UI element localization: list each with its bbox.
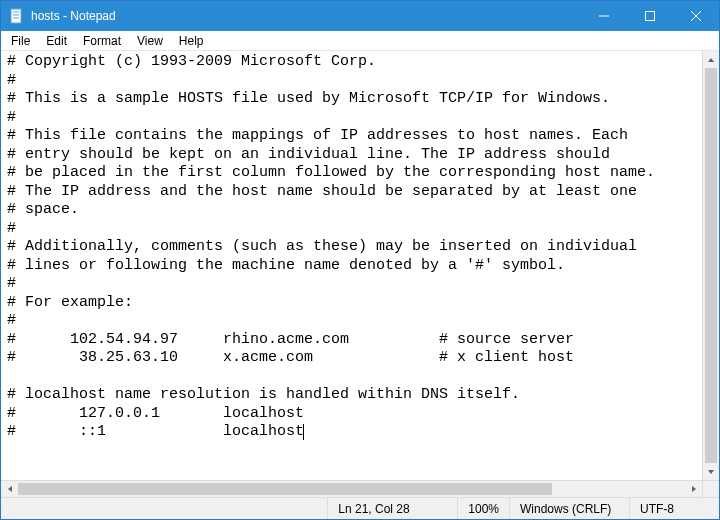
scroll-thumb-vertical[interactable] bbox=[705, 68, 717, 463]
status-zoom: 100% bbox=[457, 498, 509, 519]
svg-marker-8 bbox=[708, 58, 714, 62]
text-editor[interactable]: # Copyright (c) 1993-2009 Microsoft Corp… bbox=[1, 51, 719, 497]
scrollbar-vertical[interactable] bbox=[702, 51, 719, 480]
editor-area: # Copyright (c) 1993-2009 Microsoft Corp… bbox=[1, 51, 719, 497]
scrollbar-corner bbox=[702, 480, 719, 497]
window-title: hosts - Notepad bbox=[31, 9, 581, 23]
menubar: File Edit Format View Help bbox=[1, 31, 719, 51]
status-line-ending: Windows (CRLF) bbox=[509, 498, 629, 519]
menu-file[interactable]: File bbox=[3, 32, 38, 50]
menu-format[interactable]: Format bbox=[75, 32, 129, 50]
scrollbar-horizontal[interactable] bbox=[1, 480, 702, 497]
statusbar: Ln 21, Col 28 100% Windows (CRLF) UTF-8 bbox=[1, 497, 719, 519]
notepad-app-icon bbox=[9, 8, 25, 24]
status-position: Ln 21, Col 28 bbox=[327, 498, 457, 519]
text-caret bbox=[303, 424, 304, 440]
status-encoding: UTF-8 bbox=[629, 498, 719, 519]
svg-marker-11 bbox=[692, 486, 696, 492]
scroll-down-button[interactable] bbox=[703, 463, 720, 480]
scroll-track-vertical[interactable] bbox=[703, 68, 719, 463]
minimize-button[interactable] bbox=[581, 1, 627, 31]
svg-rect-5 bbox=[646, 12, 655, 21]
menu-view[interactable]: View bbox=[129, 32, 171, 50]
scroll-thumb-horizontal[interactable] bbox=[18, 483, 552, 495]
svg-rect-0 bbox=[11, 9, 21, 23]
menu-edit[interactable]: Edit bbox=[38, 32, 75, 50]
maximize-button[interactable] bbox=[627, 1, 673, 31]
scroll-right-button[interactable] bbox=[685, 481, 702, 498]
caption-buttons bbox=[581, 1, 719, 31]
notepad-window: hosts - Notepad File Edit Format View He… bbox=[0, 0, 720, 520]
scroll-track-horizontal[interactable] bbox=[18, 481, 685, 497]
svg-marker-10 bbox=[8, 486, 12, 492]
close-button[interactable] bbox=[673, 1, 719, 31]
menu-help[interactable]: Help bbox=[171, 32, 212, 50]
scroll-left-button[interactable] bbox=[1, 481, 18, 498]
scroll-up-button[interactable] bbox=[703, 51, 720, 68]
svg-marker-9 bbox=[708, 470, 714, 474]
titlebar[interactable]: hosts - Notepad bbox=[1, 1, 719, 31]
